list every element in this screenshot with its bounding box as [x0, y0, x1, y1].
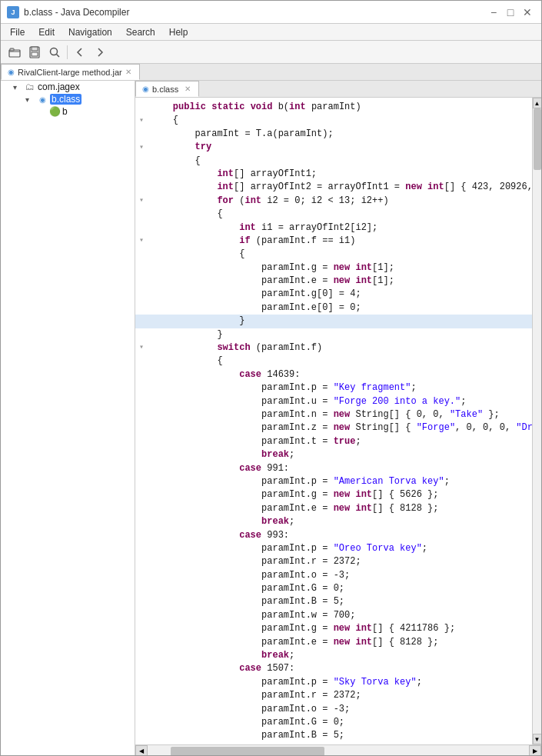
menu-edit[interactable]: Edit [32, 25, 61, 39]
maximize-button[interactable]: □ [503, 5, 518, 20]
close-button[interactable]: ✕ [520, 5, 535, 20]
collapse-gutter-30[interactable] [135, 488, 148, 501]
code-text-21: case 14639: [148, 368, 300, 381]
code-line-34: paramInt.p = "Oreo Torva key"; [135, 542, 532, 555]
collapse-gutter-15[interactable] [135, 288, 148, 301]
code-line-36: paramInt.o = -3; [135, 569, 532, 582]
collapse-gutter-7[interactable] [135, 181, 148, 194]
code-line-40: paramInt.g = new int[] { 4211786 }; [135, 622, 532, 635]
file-tab-close-button[interactable]: ✕ [125, 68, 131, 76]
collapse-gutter-24[interactable] [135, 408, 148, 421]
minimize-button[interactable]: − [486, 5, 501, 20]
collapse-gutter-25[interactable] [135, 421, 148, 435]
collapse-gutter-46[interactable] [135, 703, 148, 716]
tree-row-b[interactable]: 🟢 b [1, 105, 135, 118]
toolbar-save-button[interactable] [25, 44, 44, 61]
collapse-gutter-21[interactable] [135, 368, 148, 381]
collapse-gutter-3[interactable] [135, 128, 148, 141]
scroll-up-arrow[interactable]: ▲ [533, 98, 542, 108]
collapse-gutter-28[interactable] [135, 462, 148, 475]
code-text-4: try [148, 141, 211, 154]
menu-search[interactable]: Search [120, 25, 161, 39]
collapse-gutter-40[interactable] [135, 622, 148, 635]
scroll-thumb[interactable] [534, 108, 541, 170]
collapse-gutter-19[interactable]: ▾ [135, 341, 148, 355]
collapse-gutter-38[interactable] [135, 595, 148, 608]
collapse-gutter-35[interactable] [135, 555, 148, 568]
collapse-gutter-27[interactable] [135, 448, 148, 461]
toolbar-back-button[interactable] [71, 44, 89, 61]
code-text-33: case 993: [148, 529, 289, 542]
collapse-gutter-5[interactable] [135, 155, 148, 168]
collapse-gutter-44[interactable] [135, 676, 148, 689]
vertical-scrollbar[interactable]: ▲ ▼ [532, 98, 541, 744]
collapse-gutter-29[interactable] [135, 475, 148, 488]
collapse-gutter-47[interactable] [135, 716, 148, 729]
code-line-31: paramInt.e = new int[] { 8128 }; [135, 502, 532, 515]
horizontal-scrollbar[interactable]: ◀ ▶ [135, 744, 541, 756]
editor-tab-bclass[interactable]: ◉ b.class ✕ [135, 81, 199, 97]
svg-rect-4 [32, 52, 38, 56]
tree-row-bclass[interactable]: ▾ ◉ b.class [1, 93, 135, 105]
collapse-gutter-11[interactable]: ▾ [135, 235, 148, 248]
scroll-track[interactable] [533, 108, 542, 734]
collapse-gutter-13[interactable] [135, 261, 148, 275]
toolbar-forward-button[interactable] [91, 44, 109, 61]
collapse-gutter-39[interactable] [135, 609, 148, 622]
collapse-gutter-8[interactable]: ▾ [135, 195, 148, 208]
editor-tab-close-button[interactable]: ✕ [185, 85, 191, 93]
code-line-37: paramInt.G = 0; [135, 582, 532, 595]
toolbar-search-button[interactable] [45, 44, 64, 61]
code-area[interactable]: public static void b(int paramInt) ▾ { p… [135, 98, 532, 744]
file-tab[interactable]: ◉ RivalClient-large method.jar ✕ [1, 64, 140, 80]
collapse-gutter-43[interactable] [135, 662, 148, 675]
code-text-7: int[] arrayOfInt2 = arrayOfInt1 = new in… [148, 181, 532, 194]
code-line-19: ▾ switch (paramInt.f) [135, 341, 532, 355]
collapse-gutter-42[interactable] [135, 649, 148, 662]
collapse-gutter-37[interactable] [135, 582, 148, 595]
collapse-gutter-49[interactable] [135, 743, 148, 744]
collapse-gutter-18[interactable] [135, 328, 148, 341]
code-line-39: paramInt.w = 700; [135, 609, 532, 622]
title-controls: − □ ✕ [486, 5, 535, 20]
collapse-gutter-14[interactable] [135, 275, 148, 288]
collapse-gutter-1[interactable] [135, 101, 148, 114]
tree-row-root[interactable]: ▾ 🗂 com.jagex [1, 81, 135, 93]
collapse-gutter-17[interactable] [135, 315, 148, 328]
code-line-3: paramInt = T.a(paramInt); [135, 128, 532, 141]
collapse-gutter-10[interactable] [135, 221, 148, 235]
collapse-gutter-33[interactable] [135, 529, 148, 542]
scroll-down-arrow[interactable]: ▼ [533, 734, 542, 744]
collapse-gutter-48[interactable] [135, 729, 148, 742]
hscroll-right-arrow[interactable]: ▶ [529, 745, 541, 757]
collapse-gutter-45[interactable] [135, 689, 148, 702]
collapse-gutter-32[interactable] [135, 515, 148, 528]
collapse-gutter-34[interactable] [135, 542, 148, 555]
code-text-19: switch (paramInt.f) [148, 341, 322, 355]
code-line-14: paramInt.e = new int[1]; [135, 275, 532, 288]
collapse-gutter-23[interactable] [135, 395, 148, 408]
collapse-gutter-9[interactable] [135, 208, 148, 221]
collapse-gutter-16[interactable] [135, 301, 148, 315]
menu-file[interactable]: File [4, 25, 31, 39]
collapse-gutter-12[interactable] [135, 248, 148, 261]
collapse-gutter-4[interactable]: ▾ [135, 141, 148, 154]
toolbar-open-button[interactable] [5, 44, 24, 61]
collapse-gutter-20[interactable] [135, 355, 148, 368]
code-line-46: paramInt.o = -3; [135, 703, 532, 716]
hscroll-thumb[interactable] [171, 747, 324, 756]
menu-navigation[interactable]: Navigation [62, 25, 118, 39]
hscroll-left-arrow[interactable]: ◀ [135, 745, 148, 757]
code-line-29: paramInt.p = "American Torva key"; [135, 475, 532, 488]
code-text-16: paramInt.e[0] = 0; [148, 301, 361, 315]
collapse-gutter-2[interactable]: ▾ [135, 114, 148, 127]
collapse-gutter-6[interactable] [135, 168, 148, 181]
collapse-gutter-26[interactable] [135, 435, 148, 448]
collapse-gutter-41[interactable] [135, 636, 148, 649]
code-line-1: public static void b(int paramInt) [135, 101, 532, 114]
menu-help[interactable]: Help [163, 25, 195, 39]
collapse-gutter-31[interactable] [135, 502, 148, 515]
collapse-gutter-22[interactable] [135, 381, 148, 395]
svg-rect-1 [10, 48, 14, 51]
collapse-gutter-36[interactable] [135, 569, 148, 582]
